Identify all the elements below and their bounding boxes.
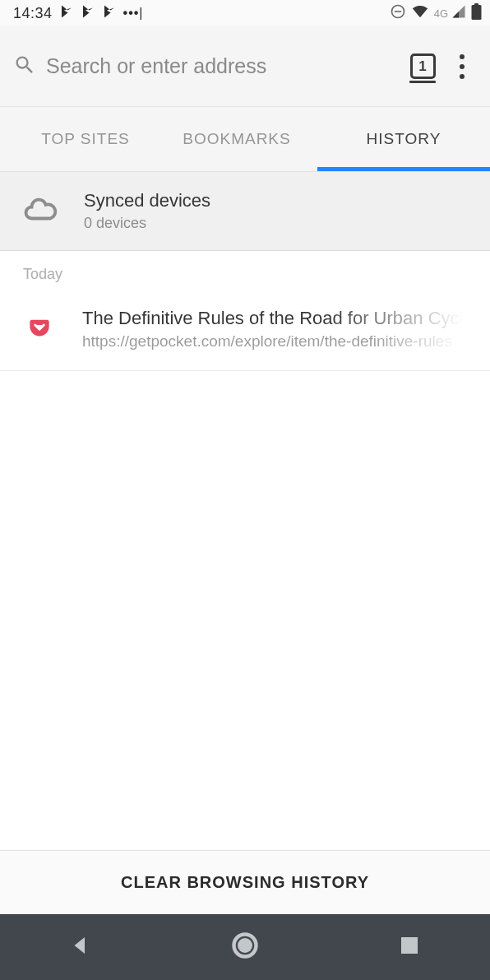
clock: 14:34 xyxy=(13,5,53,22)
empty-area xyxy=(0,371,490,850)
browser-toolbar: 1 xyxy=(0,26,490,107)
cloud-icon xyxy=(23,193,58,230)
status-right: 4G xyxy=(390,2,482,25)
tab-label: TOP SITES xyxy=(41,130,130,148)
do-not-disturb-icon xyxy=(390,3,406,24)
synced-title: Synced devices xyxy=(84,190,210,211)
play-store-icon xyxy=(102,4,117,23)
pocket-icon xyxy=(28,316,51,342)
history-item-title: The Definitive Rules of the Road for Urb… xyxy=(82,308,467,329)
tab-label: BOOKMARKS xyxy=(183,130,290,148)
status-bar: 14:34 •••| 4G xyxy=(0,0,490,26)
system-nav-bar xyxy=(0,914,490,980)
svg-rect-6 xyxy=(401,937,418,954)
tab-counter-button[interactable]: 1 xyxy=(408,50,437,83)
history-list: Today The Definitive Rules of the Road f… xyxy=(0,251,490,371)
svg-rect-3 xyxy=(474,3,478,6)
history-item[interactable]: The Definitive Rules of the Road for Urb… xyxy=(0,283,490,371)
play-store-icon xyxy=(81,4,95,23)
nav-recent-button[interactable] xyxy=(397,933,422,961)
more-notifications-icon: •••| xyxy=(123,6,144,21)
synced-devices-row[interactable]: Synced devices 0 devices xyxy=(0,172,490,251)
history-section-header: Today xyxy=(0,251,490,283)
history-item-url: https://getpocket.com/explore/item/the-d… xyxy=(82,332,467,351)
address-bar[interactable] xyxy=(46,54,398,78)
clear-history-bar: CLEAR BROWSING HISTORY xyxy=(0,850,490,914)
history-item-text: The Definitive Rules of the Road for Urb… xyxy=(82,308,467,351)
tab-history[interactable]: HISTORY xyxy=(317,107,490,171)
tab-count: 1 xyxy=(418,58,426,75)
play-store-icon xyxy=(59,4,74,23)
overflow-menu-button[interactable] xyxy=(447,52,477,81)
svg-point-5 xyxy=(238,938,252,953)
home-tabs: TOP SITES BOOKMARKS HISTORY xyxy=(0,107,490,172)
search-icon[interactable] xyxy=(13,53,36,80)
nav-home-button[interactable] xyxy=(230,931,260,964)
tab-top-sites[interactable]: TOP SITES xyxy=(0,107,156,171)
signal-icon xyxy=(451,4,466,23)
battery-icon xyxy=(471,3,482,24)
wifi-icon xyxy=(411,2,429,25)
svg-rect-2 xyxy=(472,5,482,20)
nav-back-button[interactable] xyxy=(68,933,93,961)
clear-history-button[interactable]: CLEAR BROWSING HISTORY xyxy=(121,873,369,892)
tab-label: HISTORY xyxy=(367,130,441,148)
synced-subtitle: 0 devices xyxy=(84,215,210,232)
network-type: 4G xyxy=(434,7,448,20)
synced-text: Synced devices 0 devices xyxy=(84,190,210,232)
tab-bookmarks[interactable]: BOOKMARKS xyxy=(156,107,317,171)
status-left: 14:34 •••| xyxy=(13,4,144,23)
